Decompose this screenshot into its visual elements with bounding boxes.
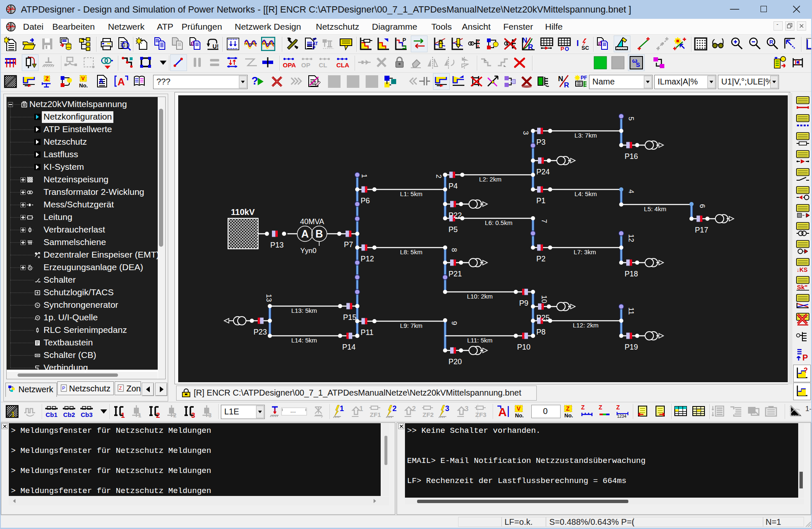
svg-text:Cb3: Cb3 (81, 411, 92, 418)
svg-text:L3: 7km: L3: 7km (574, 132, 597, 139)
svg-text:P9: P9 (519, 299, 528, 307)
svg-text:110kV: 110kV (231, 207, 255, 217)
svg-text:PF: PF (581, 75, 587, 81)
svg-text:L10: 2km: L10: 2km (467, 293, 493, 300)
svg-text:P24: P24 (536, 168, 550, 176)
svg-text:4: 4 (627, 189, 635, 193)
svg-text:P15: P15 (343, 313, 356, 322)
svg-text:A: A (99, 78, 104, 85)
svg-text:OP: OP (301, 61, 310, 69)
svg-text:Z: Z (616, 404, 620, 411)
svg-text:11: 11 (627, 307, 635, 315)
svg-text:3: 3 (191, 411, 195, 419)
svg-text:P14: P14 (342, 343, 356, 351)
svg-text:SC: SC (581, 45, 589, 51)
svg-text:No.: No. (564, 412, 573, 419)
svg-text:ZF3: ZF3 (475, 411, 487, 418)
svg-text:Cb1: Cb1 (46, 411, 57, 418)
svg-text:1: 1 (360, 174, 368, 178)
svg-text:3: 3 (445, 404, 449, 413)
svg-text:1: 1 (11, 410, 15, 419)
svg-text:P8: P8 (536, 328, 546, 336)
svg-text:I: I (576, 38, 579, 48)
svg-text:Z: Z (581, 404, 585, 411)
svg-text:2: 2 (173, 412, 177, 419)
svg-text:P4: P4 (448, 182, 458, 190)
svg-text:S: S (636, 61, 640, 68)
svg-text:Sk": Sk" (797, 284, 807, 291)
svg-text:ZF2: ZF2 (423, 411, 434, 418)
svg-text:OPA: OPA (283, 61, 296, 69)
svg-text:N: N (558, 75, 563, 83)
svg-text:3: 3 (208, 412, 212, 419)
svg-text:2: 2 (412, 405, 416, 412)
svg-text:V: V (517, 405, 521, 412)
svg-text:A: A (118, 76, 125, 87)
svg-text:3: 3 (465, 405, 469, 412)
svg-text:P17: P17 (695, 226, 708, 234)
svg-text:P18: P18 (625, 270, 638, 278)
svg-text:L2: 2km: L2: 2km (479, 176, 501, 183)
svg-text:No.: No. (79, 82, 88, 89)
svg-text:2: 2 (435, 174, 443, 178)
svg-text:Z: Z (566, 405, 570, 412)
svg-text:3: 3 (522, 131, 530, 135)
svg-text:U!: U! (213, 43, 219, 50)
svg-text:P1: P1 (536, 197, 546, 205)
svg-text:R: R (769, 39, 774, 45)
svg-text:P: P (402, 37, 406, 43)
svg-text:B: B (315, 228, 323, 240)
svg-text:A: A (498, 406, 507, 419)
svg-text:1: 1 (359, 405, 363, 412)
svg-text:L5: 4km: L5: 4km (644, 205, 666, 212)
svg-text:10: 10 (540, 295, 548, 303)
svg-text:P7: P7 (344, 240, 353, 249)
svg-text:2: 2 (156, 411, 160, 419)
svg-text:P19: P19 (625, 343, 638, 351)
svg-text:Z: Z (119, 386, 122, 391)
svg-text:L1: 5km: L1: 5km (400, 190, 422, 197)
svg-text:P10: P10 (517, 343, 530, 351)
svg-text:1: 1 (121, 411, 125, 419)
svg-text:No.: No. (515, 412, 524, 419)
svg-text:CLA: CLA (336, 61, 349, 69)
svg-text:P23: P23 (254, 328, 267, 336)
svg-text:Cb2: Cb2 (63, 411, 75, 418)
svg-text:Yyn0: Yyn0 (300, 247, 317, 255)
svg-text:↓KS: ↓KS (797, 266, 807, 273)
svg-text:---: --- (290, 409, 296, 415)
svg-text:P21: P21 (448, 270, 462, 278)
svg-text:P6: P6 (361, 197, 370, 205)
svg-text:1234: 1234 (617, 414, 627, 419)
svg-text:13: 13 (265, 294, 273, 302)
svg-text:P16: P16 (625, 152, 638, 161)
svg-text:P13: P13 (270, 241, 284, 249)
svg-text:R: R (564, 81, 569, 89)
svg-text:P12: P12 (361, 255, 374, 263)
svg-text:L6: 0.5km: L6: 0.5km (485, 219, 512, 226)
svg-text:P25: P25 (536, 314, 550, 322)
svg-text:P2: P2 (536, 255, 546, 263)
svg-text:P20: P20 (448, 358, 462, 366)
svg-text:P: P (802, 353, 808, 362)
svg-text:L13: 5km: L13: 5km (291, 307, 317, 314)
svg-text:L11: 5km: L11: 5km (467, 337, 493, 344)
svg-text:ZF1: ZF1 (370, 411, 381, 418)
svg-text:2: 2 (392, 404, 397, 413)
svg-text:P: P (313, 46, 315, 50)
svg-text:A: A (301, 228, 309, 240)
svg-text:CL: CL (319, 61, 327, 69)
svg-text:5: 5 (627, 117, 635, 120)
svg-text:P: P (62, 386, 65, 391)
svg-text:P5: P5 (448, 225, 458, 234)
svg-text:8: 8 (450, 248, 458, 252)
svg-text:1: 1 (138, 412, 141, 419)
svg-text:Q: Q (565, 46, 569, 51)
svg-text:Z: Z (45, 75, 49, 82)
svg-text:L12: 2km: L12: 2km (573, 322, 599, 329)
svg-text:P3: P3 (536, 138, 546, 146)
svg-text:V: V (81, 75, 85, 82)
svg-text:7: 7 (540, 219, 548, 223)
svg-text:L8: 5km: L8: 5km (400, 248, 422, 256)
svg-text:12: 12 (627, 234, 635, 242)
